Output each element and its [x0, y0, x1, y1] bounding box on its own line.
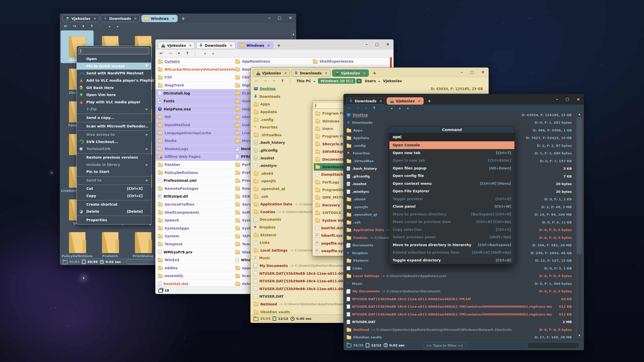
context-menu-item[interactable]: Delete [Delete] ▶ [77, 208, 151, 215]
breadcrumb-item[interactable] [209, 51, 217, 55]
context-menu-item[interactable]: TortoiseSVN ▶ [77, 145, 151, 153]
file-row[interactable]: ServiceProfiles [155, 201, 233, 209]
file-row[interactable]: NTUSER.DAT{53b39e88-18c4-11ea-a811-000d3… [344, 310, 584, 318]
palette-item[interactable]: Toggle preview [Ctrl+Q] [389, 195, 514, 203]
tab-close-icon[interactable]: × [267, 43, 270, 47]
history-dropdown-icon[interactable]: ▾ [365, 106, 367, 110]
palette-item[interactable]: Extend selection to previous item [Shift… [389, 249, 514, 256]
context-menu-item[interactable]: Add to VLC media player's Playlist ▶ [77, 77, 151, 84]
breadcrumb-item[interactable] [396, 106, 404, 110]
file-row[interactable]: RtlExUpd.dll [155, 193, 233, 201]
tab-close-icon[interactable]: × [230, 43, 232, 47]
new-tab-button[interactable]: + [428, 99, 431, 104]
vertical-scrollbar[interactable]: ▲ ▼ [576, 112, 583, 338]
context-menu-item[interactable]: Include in library ▶ [77, 161, 151, 168]
file-row[interactable]: ShellComponents [155, 208, 233, 216]
history-dropdown-icon[interactable]: ▾ [178, 51, 180, 56]
close-button[interactable]: × [577, 97, 580, 102]
tab-close-icon[interactable]: × [379, 99, 382, 103]
file-row[interactable]: Desktop D: 43034, F: 125185, 23 GB [251, 85, 489, 93]
tab-close-icon[interactable]: × [189, 43, 192, 47]
context-menu-item[interactable]: Create shortcut ▶ [77, 201, 151, 208]
palette-item[interactable]: Open Console [389, 141, 514, 149]
back-icon[interactable]: ↩ [159, 51, 163, 56]
new-tab-button[interactable]: + [182, 16, 185, 21]
file-row[interactable]: LanguageOverlayCache [155, 129, 233, 137]
file-row[interactable]: bootstat.dat [155, 280, 233, 287]
minimize-button[interactable]: – [556, 97, 558, 102]
new-tab-button[interactable]: + [373, 71, 376, 76]
back-icon[interactable]: ↩ [64, 24, 67, 28]
file-row[interactable]: addins [155, 264, 233, 272]
minimize-button[interactable]: – [461, 70, 463, 74]
maximize-button[interactable]: □ [375, 42, 379, 47]
scrollbar-thumb[interactable] [577, 117, 582, 255]
up-icon[interactable]: ↑ [281, 79, 284, 83]
file-row[interactable]: HelpPane.exe [155, 105, 233, 113]
context-menu-filter-input[interactable] [79, 48, 149, 54]
scroll-up-icon[interactable]: ▲ [576, 113, 582, 115]
scroll-up-icon[interactable]: ▲ [293, 33, 294, 35]
file-row[interactable]: Links D: 0, F: 3, 1 KB [344, 264, 584, 272]
context-menu-item[interactable]: Scan with Microsoft Defender... ▶ [77, 122, 151, 130]
file-row[interactable]: CSC [155, 73, 233, 81]
context-menu-item[interactable]: Open Vim here ▶ [77, 91, 151, 99]
file-row[interactable]: ModemLogs [155, 145, 233, 153]
file-row[interactable]: Music D: 0, F: 1, 504 bytes [344, 280, 584, 288]
context-menu-item[interactable]: Git Bash Here ▶ [77, 84, 151, 91]
file-row[interactable]: NTUSER.DAT{53b39e88-18c4-11ea-a811-000d3… [344, 295, 584, 303]
forward-icon[interactable]: ↪ [169, 51, 172, 56]
grid-tile[interactable]: Prefetch [94, 227, 127, 258]
breadcrumb-item[interactable] [201, 51, 209, 55]
palette-item[interactable]: Open files popup [Alt+Down] [389, 164, 514, 172]
tab[interactable]: Downloads × [291, 69, 330, 77]
file-row[interactable]: NetHood -> C:\Users\Vjekoslav\AppData\Ro… [344, 326, 584, 334]
context-menu-item[interactable]: Play with VLC media player ▶ [77, 99, 151, 106]
tab[interactable]: Vjekoslav × [387, 97, 423, 105]
tab-close-icon[interactable]: × [325, 71, 328, 75]
context-menu-item[interactable]: Give access to ▶ [77, 131, 151, 138]
file-row[interactable]: Media [155, 137, 233, 145]
context-menu-item[interactable]: Copy [Ctrl+C] ▶ [77, 192, 151, 200]
file-row[interactable]: Panther [155, 161, 233, 169]
back-icon[interactable]: ↩ [255, 79, 258, 83]
file-row[interactable]: Speech [155, 216, 233, 224]
palette-item[interactable]: Open File Explorer [389, 187, 514, 195]
history-dropdown-icon[interactable]: ▾ [82, 24, 84, 28]
breadcrumb-item[interactable]: This PC [296, 79, 311, 83]
breadcrumb-item[interactable] [404, 106, 412, 110]
breadcrumb-item[interactable]: Users [365, 79, 376, 83]
palette-item[interactable]: Copy selection [Ctrl+C] [389, 226, 514, 234]
breadcrumb-item[interactable] [388, 106, 396, 110]
file-row[interactable]: NTUSER.DAT 2 MB [344, 318, 584, 326]
context-menu-item[interactable]: 7-Zip ▶ [77, 106, 151, 113]
palette-item[interactable]: Open new tab [Ctrl+T] [389, 149, 514, 157]
file-row[interactable]: Professional.xml [155, 177, 233, 185]
close-button[interactable]: × [481, 70, 485, 74]
back-icon[interactable]: ↩ [348, 106, 350, 110]
context-menu-item[interactable]: Pin to Start ▶ [77, 168, 151, 175]
context-menu-item[interactable]: Send a copy... ▶ [77, 114, 151, 121]
up-icon[interactable]: ↑ [90, 24, 94, 28]
context-menu-item[interactable]: Properties ▶ [77, 216, 151, 223]
palette-item[interactable]: Select previous panel [Shift+Tab] [389, 233, 514, 241]
file-row[interactable]: INF [155, 113, 233, 121]
tab-close-icon[interactable]: × [363, 71, 366, 75]
context-menu-item[interactable]: Send with NordVPN Meshnet ▶ [77, 70, 151, 77]
palette-item[interactable]: Open config file [389, 172, 514, 180]
forward-icon[interactable]: ↪ [356, 106, 359, 110]
palette-item[interactable]: Move cursor to previous item [Ctrl+K] [C… [389, 218, 514, 226]
up-icon[interactable]: ↑ [186, 51, 189, 56]
palette-item[interactable]: Open context menu [Ctrl+M] [Menu] [389, 180, 514, 188]
tab-close-icon[interactable]: × [284, 71, 287, 75]
file-row[interactable]: My Documents -> C:\Users\Vjekoslav\Docum… [344, 288, 584, 295]
file-row[interactable]: SystemApps [155, 224, 233, 232]
palette-item[interactable]: Toggle expand directory [Ctrl+B] [389, 256, 514, 264]
maximize-button[interactable]: □ [278, 16, 281, 20]
minimize-button[interactable]: – [268, 16, 270, 20]
file-row[interactable]: Fonts [155, 97, 233, 105]
tab-close-icon[interactable]: × [93, 17, 96, 20]
context-menu-item[interactable]: SVN Checkout... ▶ [77, 138, 151, 146]
filter-input[interactable]: >> Type to filter << [423, 342, 467, 349]
close-button[interactable]: × [289, 16, 292, 20]
